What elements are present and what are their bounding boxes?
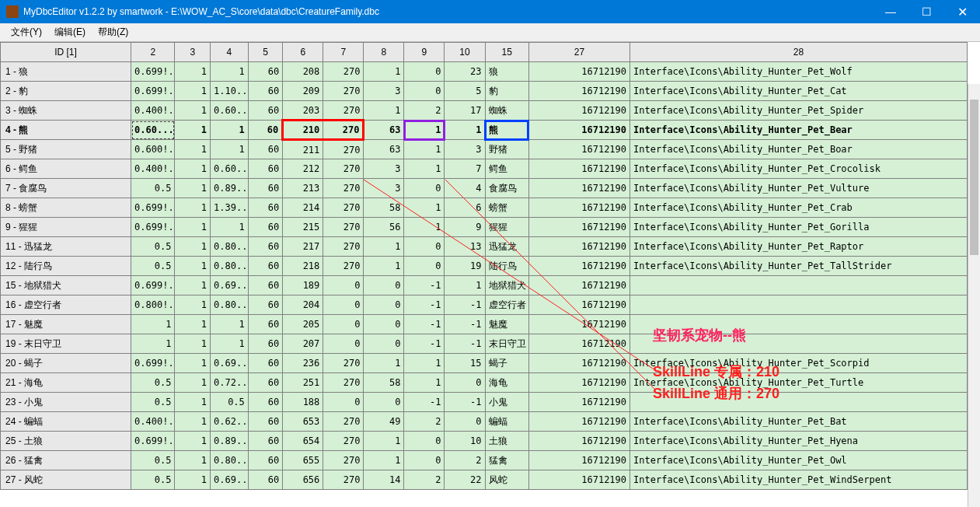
data-cell[interactable]: 208 (283, 62, 323, 82)
row-id-cell[interactable]: 12 - 陆行鸟 (1, 257, 131, 276)
table-row[interactable]: 20 - 蝎子0.699!...10.69...602362701115蝎子16… (1, 354, 968, 373)
data-cell[interactable]: 270 (323, 354, 364, 373)
data-cell[interactable]: 2 (445, 451, 485, 470)
table-row[interactable]: 24 - 蝙蝠0.400!...10.62...606532704920蝙蝠16… (1, 412, 968, 432)
data-cell[interactable]: 251 (283, 373, 323, 393)
data-cell[interactable]: 0 (364, 393, 404, 412)
data-cell[interactable]: 213 (283, 179, 323, 198)
row-id-cell[interactable]: 11 - 迅猛龙 (1, 237, 131, 257)
data-cell[interactable]: Interface\Icons\Ability_Hunter_Pet_Bat (630, 412, 968, 432)
data-cell[interactable]: 0.69... (211, 470, 249, 490)
vertical-scrollbar[interactable] (968, 84, 980, 507)
data-cell[interactable]: 0.69... (211, 276, 249, 295)
data-cell[interactable]: 0.400!... (131, 101, 175, 121)
row-id-cell[interactable]: 1 - 狼 (1, 62, 131, 82)
data-cell[interactable]: Interface\Icons\Ability_Hunter_Pet_Cat (630, 82, 968, 101)
data-cell[interactable]: 1 (175, 218, 211, 237)
data-cell[interactable]: 16712190 (528, 62, 630, 82)
data-cell[interactable]: 1 (445, 121, 485, 140)
column-header[interactable]: ID [1] (1, 43, 131, 62)
close-button[interactable]: ✕ (944, 0, 980, 23)
data-cell[interactable]: 1 (175, 198, 211, 218)
data-cell[interactable]: 1 (211, 62, 249, 82)
data-cell[interactable]: 0.5 (131, 257, 175, 276)
data-cell[interactable]: 1 (364, 432, 404, 451)
data-cell[interactable]: 16712190 (528, 218, 630, 237)
data-cell[interactable]: Interface\Icons\Ability_Hunter_Pet_Turtl… (630, 373, 968, 393)
data-cell[interactable]: 1 (211, 121, 249, 140)
table-row[interactable]: 11 - 迅猛龙0.510.80...602172701013迅猛龙167121… (1, 237, 968, 257)
data-cell[interactable]: Interface\Icons\Ability_Hunter_Pet_Goril… (630, 218, 968, 237)
data-cell[interactable]: 3 (445, 140, 485, 159)
table-row[interactable]: 5 - 野猪0.600!...11602112706313野猪16712190I… (1, 140, 968, 159)
data-cell[interactable]: 16712190 (528, 315, 630, 334)
data-cell[interactable]: 13 (445, 237, 485, 257)
data-cell[interactable]: Interface\Icons\Ability_Hunter_Pet_Croco… (630, 159, 968, 179)
menu-edit[interactable]: 编辑(E) (48, 24, 92, 40)
data-cell[interactable]: 0.699!... (131, 432, 175, 451)
data-cell[interactable]: 土狼 (485, 432, 528, 451)
data-cell[interactable]: 野猪 (485, 140, 528, 159)
data-cell[interactable]: 1 (404, 140, 445, 159)
data-cell[interactable]: 0.699!... (131, 62, 175, 82)
data-cell[interactable]: 狼 (485, 62, 528, 82)
data-cell[interactable] (630, 393, 968, 412)
data-cell[interactable]: 16712190 (528, 373, 630, 393)
data-cell[interactable]: 0.60... (211, 101, 249, 121)
data-cell[interactable]: 虚空行者 (485, 295, 528, 315)
data-cell[interactable]: 10 (445, 432, 485, 451)
row-id-cell[interactable]: 24 - 蝙蝠 (1, 412, 131, 432)
data-cell[interactable]: 1 (175, 237, 211, 257)
data-cell[interactable]: 3 (364, 159, 404, 179)
data-cell[interactable]: 0 (364, 295, 404, 315)
data-cell[interactable]: 56 (364, 218, 404, 237)
table-row[interactable]: 9 - 猩猩0.699!...11602152705619猩猩16712190I… (1, 218, 968, 237)
data-cell[interactable]: 1 (175, 295, 211, 315)
data-cell[interactable]: 60 (248, 101, 282, 121)
data-cell[interactable]: 蝎子 (485, 354, 528, 373)
data-cell[interactable]: 0.5 (131, 373, 175, 393)
column-header[interactable]: 6 (283, 43, 323, 62)
data-cell[interactable]: 0 (445, 373, 485, 393)
data-cell[interactable] (630, 315, 968, 334)
data-cell[interactable]: -1 (404, 334, 445, 354)
data-cell[interactable]: 0.699!... (131, 198, 175, 218)
column-header[interactable]: 8 (364, 43, 404, 62)
data-cell[interactable]: 270 (323, 179, 364, 198)
maximize-button[interactable]: ☐ (909, 0, 944, 23)
data-cell[interactable]: 0.80... (211, 257, 249, 276)
data-cell[interactable]: 0.5 (131, 451, 175, 470)
data-cell[interactable]: -1 (404, 315, 445, 334)
column-header[interactable]: 9 (404, 43, 445, 62)
data-cell[interactable]: 16712190 (528, 354, 630, 373)
data-cell[interactable]: -1 (404, 276, 445, 295)
data-cell[interactable]: 653 (283, 412, 323, 432)
table-row[interactable]: 26 - 猛禽0.510.80...60655270102猛禽16712190I… (1, 451, 968, 470)
data-cell[interactable]: Interface\Icons\Ability_Hunter_Pet_TallS… (630, 257, 968, 276)
data-cell[interactable]: 末日守卫 (485, 334, 528, 354)
column-header[interactable]: 28 (630, 43, 968, 62)
data-cell[interactable]: 0.60... (131, 121, 175, 140)
data-cell[interactable]: 212 (283, 159, 323, 179)
data-cell[interactable]: 270 (323, 237, 364, 257)
data-cell[interactable]: 0.80... (211, 451, 249, 470)
data-cell[interactable]: 189 (283, 276, 323, 295)
data-cell[interactable]: 270 (323, 373, 364, 393)
data-cell[interactable]: 0.80... (211, 237, 249, 257)
menu-help[interactable]: 帮助(Z) (92, 24, 134, 40)
data-cell[interactable]: 1 (211, 334, 249, 354)
row-id-cell[interactable]: 20 - 蝎子 (1, 354, 131, 373)
row-id-cell[interactable]: 17 - 魅魔 (1, 315, 131, 334)
data-cell[interactable]: 1 (175, 315, 211, 334)
row-id-cell[interactable]: 27 - 风蛇 (1, 470, 131, 490)
data-cell[interactable]: 60 (248, 121, 282, 140)
data-cell[interactable]: 1 (175, 121, 211, 140)
data-cell[interactable]: 0.5 (131, 470, 175, 490)
data-cell[interactable]: 270 (323, 101, 364, 121)
data-cell[interactable]: 1 (175, 140, 211, 159)
data-cell[interactable]: 0.60... (211, 159, 249, 179)
data-cell[interactable]: 1 (211, 218, 249, 237)
row-id-cell[interactable]: 2 - 豹 (1, 82, 131, 101)
data-cell[interactable]: 蝙蝠 (485, 412, 528, 432)
data-cell[interactable]: 3 (364, 179, 404, 198)
